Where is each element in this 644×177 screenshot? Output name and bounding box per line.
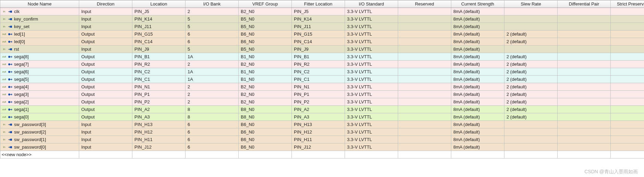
table-row[interactable]: insw_password[2]InputPIN_H126B6_N0PIN_H1… — [0, 128, 644, 136]
new-node-cell[interactable]: <<new node>> — [0, 151, 79, 159]
cell-bank[interactable]: 6 — [186, 143, 239, 151]
cell-diff[interactable] — [558, 113, 611, 121]
cell-res[interactable] — [398, 53, 451, 61]
cell-std[interactable]: 3.3-V LVTTL — [345, 68, 398, 76]
cell-std[interactable]: 3.3-V LVTTL — [345, 76, 398, 83]
cell-fitter[interactable]: PIN_P2 — [292, 98, 345, 106]
cell-dir[interactable]: Output — [79, 61, 132, 68]
cell-slew[interactable]: 2 (default) — [504, 61, 558, 68]
cell-vref[interactable]: B2_N0 — [239, 98, 292, 106]
cell-std[interactable]: 3.3-V LVTTL — [345, 15, 398, 23]
cell-diff[interactable] — [558, 68, 611, 76]
cell-vref[interactable]: B2_N0 — [239, 83, 292, 91]
empty-cell[interactable] — [611, 151, 644, 159]
cell-vref[interactable]: B6_N0 — [239, 121, 292, 128]
cell-diff[interactable] — [558, 8, 611, 15]
cell-dir[interactable]: Input — [79, 143, 132, 151]
cell-cur[interactable]: 8mA (default) — [451, 46, 504, 53]
cell-dir[interactable]: Input — [79, 136, 132, 143]
cell-fitter[interactable]: PIN_B1 — [292, 53, 345, 61]
cell-diff[interactable] — [558, 83, 611, 91]
cell-std[interactable]: 3.3-V LVTTL — [345, 61, 398, 68]
cell-slew[interactable] — [504, 143, 558, 151]
cell-loc[interactable]: PIN_H13 — [132, 121, 186, 128]
cell-loc[interactable]: PIN_P1 — [132, 91, 186, 98]
cell-name[interactable]: outsega[8] — [0, 53, 79, 61]
cell-cur[interactable]: 8mA (default) — [451, 136, 504, 143]
cell-res[interactable] — [398, 98, 451, 106]
cell-name[interactable]: outled[1] — [0, 30, 79, 38]
cell-bank[interactable]: 5 — [186, 23, 239, 30]
table-row[interactable]: outsega[4]OutputPIN_N12B2_N0PIN_N13.3-V … — [0, 83, 644, 91]
table-row[interactable]: insw_password[1]InputPIN_H116B6_N0PIN_H1… — [0, 136, 644, 143]
cell-res[interactable] — [398, 38, 451, 46]
cell-res[interactable] — [398, 68, 451, 76]
table-row[interactable]: insw_password[3]InputPIN_H136B6_N0PIN_H1… — [0, 121, 644, 128]
column-header[interactable]: Strict Preservation — [611, 0, 644, 8]
cell-loc[interactable]: PIN_G15 — [132, 30, 186, 38]
cell-res[interactable] — [398, 113, 451, 121]
cell-fitter[interactable]: PIN_J9 — [292, 46, 345, 53]
cell-diff[interactable] — [558, 98, 611, 106]
table-row[interactable]: outled[1]OutputPIN_G156B6_N0PIN_G153.3-V… — [0, 30, 644, 38]
table-row[interactable]: outsega[7]OutputPIN_R22B2_N0PIN_R23.3-V … — [0, 61, 644, 68]
cell-loc[interactable]: PIN_C14 — [132, 38, 186, 46]
cell-dir[interactable]: Output — [79, 30, 132, 38]
cell-slew[interactable] — [504, 136, 558, 143]
cell-diff[interactable] — [558, 23, 611, 30]
cell-strict[interactable] — [611, 8, 644, 15]
table-row[interactable]: inkey_confirmInputPIN_K145B5_N0PIN_K143.… — [0, 15, 644, 23]
empty-cell[interactable] — [558, 151, 611, 159]
cell-bank[interactable]: 6 — [186, 38, 239, 46]
cell-diff[interactable] — [558, 76, 611, 83]
cell-std[interactable]: 3.3-V LVTTL — [345, 46, 398, 53]
cell-name[interactable]: outsega[1] — [0, 106, 79, 113]
cell-loc[interactable]: PIN_J12 — [132, 143, 186, 151]
cell-fitter[interactable]: PIN_P1 — [292, 91, 345, 98]
table-row[interactable]: outsega[0]OutputPIN_A38B8_N0PIN_A33.3-V … — [0, 113, 644, 121]
cell-cur[interactable]: 8mA (default) — [451, 128, 504, 136]
cell-diff[interactable] — [558, 106, 611, 113]
empty-cell[interactable] — [186, 151, 239, 159]
cell-vref[interactable]: B5_N0 — [239, 46, 292, 53]
cell-loc[interactable]: PIN_C1 — [132, 76, 186, 83]
cell-res[interactable] — [398, 76, 451, 83]
cell-res[interactable] — [398, 121, 451, 128]
cell-bank[interactable]: 6 — [186, 30, 239, 38]
cell-dir[interactable]: Output — [79, 68, 132, 76]
new-node-row[interactable]: <<new node>> — [0, 151, 644, 159]
cell-dir[interactable]: Output — [79, 38, 132, 46]
cell-dir[interactable]: Input — [79, 121, 132, 128]
cell-cur[interactable]: 8mA (default) — [451, 23, 504, 30]
cell-res[interactable] — [398, 136, 451, 143]
cell-diff[interactable] — [558, 30, 611, 38]
cell-name[interactable]: outled[0] — [0, 38, 79, 46]
cell-strict[interactable] — [611, 121, 644, 128]
cell-name[interactable]: outsega[6] — [0, 68, 79, 76]
cell-fitter[interactable]: PIN_H13 — [292, 121, 345, 128]
cell-loc[interactable]: PIN_R2 — [132, 61, 186, 68]
cell-slew[interactable]: 2 (default) — [504, 53, 558, 61]
cell-diff[interactable] — [558, 143, 611, 151]
empty-cell[interactable] — [451, 151, 504, 159]
cell-res[interactable] — [398, 128, 451, 136]
cell-vref[interactable]: B6_N0 — [239, 30, 292, 38]
column-header[interactable]: I/O Bank — [186, 0, 239, 8]
cell-std[interactable]: 3.3-V LVTTL — [345, 98, 398, 106]
cell-name[interactable]: inkey_set — [0, 23, 79, 30]
column-header[interactable]: Direction — [79, 0, 132, 8]
cell-loc[interactable]: PIN_H12 — [132, 128, 186, 136]
cell-fitter[interactable]: PIN_J5 — [292, 8, 345, 15]
cell-diff[interactable] — [558, 46, 611, 53]
column-header[interactable]: I/O Standard — [345, 0, 398, 8]
cell-vref[interactable]: B2_N0 — [239, 8, 292, 15]
cell-dir[interactable]: Output — [79, 83, 132, 91]
column-header[interactable]: Location — [132, 0, 186, 8]
cell-cur[interactable]: 8mA (default) — [451, 113, 504, 121]
table-row[interactable]: outled[0]OutputPIN_C146B6_N0PIN_C143.3-V… — [0, 38, 644, 46]
cell-diff[interactable] — [558, 136, 611, 143]
cell-dir[interactable]: Output — [79, 98, 132, 106]
cell-cur[interactable]: 8mA (default) — [451, 143, 504, 151]
cell-bank[interactable]: 2 — [186, 83, 239, 91]
cell-vref[interactable]: B2_N0 — [239, 61, 292, 68]
